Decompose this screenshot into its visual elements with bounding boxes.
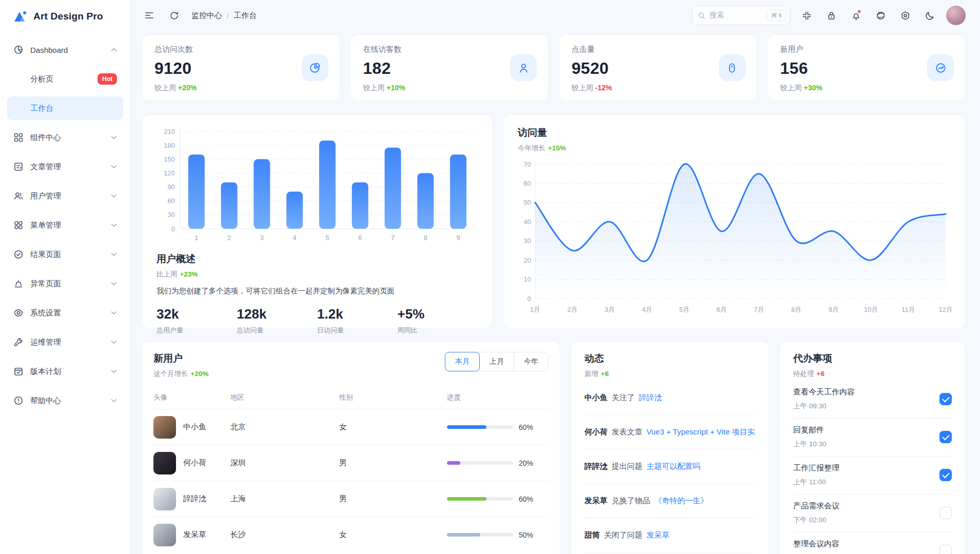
activity-link[interactable]: 发呆草 [646, 530, 670, 539]
sidebar-item-versions[interactable]: 版本计划 [7, 360, 123, 383]
sidebar-item-menus[interactable]: 菜单管理 [7, 213, 123, 237]
breadcrumb-item[interactable]: 工作台 [233, 11, 257, 21]
breadcrumb-item[interactable]: 监控中心 [191, 11, 222, 21]
todo-checkbox[interactable] [939, 469, 952, 481]
stat-title: 在线访客数 [363, 45, 536, 54]
sidebar-item-label: Dashboard [30, 46, 68, 54]
card-title: 访问量 [518, 126, 951, 140]
logo-icon [12, 9, 28, 24]
overview-description: 我们为您创建了多个选项，可将它们组合在一起并定制为像素完美的页面 [156, 286, 478, 296]
sidebar-item-analysis[interactable]: 分析页 Hot [7, 67, 123, 91]
fullscreen-button[interactable] [798, 7, 815, 24]
sidebar-item-label: 工作台 [30, 104, 53, 113]
activity-link[interactable]: Vue3 + Typescript + Vite 项目实战笔记 [646, 427, 755, 436]
svg-text:4: 4 [293, 234, 297, 242]
activity-link[interactable]: 主题可以配置吗 [646, 462, 700, 470]
activity-link[interactable]: 《奇特的一生》 [654, 496, 708, 505]
svg-text:6月: 6月 [716, 306, 727, 313]
chevron-down-icon [111, 252, 117, 256]
card-title: 动态 [584, 352, 755, 365]
svg-text:5: 5 [325, 234, 329, 242]
sidebar-item-help[interactable]: 帮助中心 [7, 389, 123, 412]
activity-list: 中小鱼关注了誶誶淰 何小荷发表文章Vue3 + Typescript + Vit… [584, 381, 755, 552]
stat-cards-row: 总访问次数 9120 较上周+20% 在线访客数 182 较上周+10% 点击量… [142, 34, 966, 101]
table-row[interactable]: 何小荷 深圳 男 20% [153, 445, 548, 481]
activity-item: 誶誶淰提出问题主题可以配置吗 [584, 449, 755, 484]
tab-this-year[interactable]: 今年 [514, 352, 548, 371]
table-row[interactable]: 中小鱼 北京 女 60% [153, 409, 548, 445]
overview-stat: 1.2k日访问量 [317, 306, 398, 335]
overview-stat: +5%周同比 [398, 306, 478, 335]
svg-text:50: 50 [524, 199, 531, 206]
notifications-button[interactable] [848, 7, 864, 24]
refresh-button[interactable] [166, 7, 182, 24]
chevron-down-icon [111, 194, 117, 198]
svg-text:1: 1 [194, 234, 198, 242]
sidebar-item-label: 异常页面 [30, 279, 61, 289]
tab-last-month[interactable]: 上月 [479, 352, 514, 371]
sidebar-item-dashboard[interactable]: Dashboard [7, 38, 123, 62]
table-row[interactable]: 誶誶淰 上海 男 60% [153, 481, 548, 517]
sidebar-item-workbench[interactable]: 工作台 [7, 96, 123, 120]
calendar-check-icon [13, 366, 24, 377]
avatar [153, 416, 176, 439]
todo-checkbox[interactable] [939, 431, 952, 443]
sidebar-item-exceptions[interactable]: 异常页面 [7, 272, 123, 295]
mouse-icon [719, 54, 746, 81]
card-subtitle: 待处理+6 [793, 369, 952, 379]
lock-button[interactable] [823, 7, 839, 24]
svg-text:150: 150 [164, 155, 175, 163]
stat-title: 新用户 [780, 45, 953, 54]
sidebar-item-articles[interactable]: 文章管理 [7, 155, 123, 179]
table-header: 头像 地区 性别 进度 [153, 383, 548, 409]
todo-checkbox[interactable] [939, 507, 952, 519]
stat-title: 点击量 [572, 45, 744, 54]
svg-text:9: 9 [456, 234, 460, 242]
sidebar-menu: Dashboard 分析页 Hot 工作台 组件中心 文章管理 [7, 38, 123, 412]
activity-item: 何小荷发表文章Vue3 + Typescript + Vite 项目实战笔记 [584, 415, 755, 449]
settings-button[interactable] [897, 7, 913, 24]
chevron-up-icon [111, 48, 117, 52]
avatar [153, 524, 176, 546]
card-title: 用户概述 [156, 252, 478, 266]
avatar [153, 452, 176, 474]
components-icon [13, 132, 24, 143]
language-button[interactable] [872, 7, 889, 24]
svg-text:210: 210 [164, 128, 175, 135]
search-icon [698, 12, 705, 19]
sidebar-item-results[interactable]: 结果页面 [7, 243, 123, 266]
todo-item: 整理会议内容下午 03:30 [793, 532, 952, 554]
collapse-menu-button[interactable] [141, 7, 158, 24]
dark-mode-button[interactable] [922, 7, 938, 24]
activity-link[interactable]: 誶誶淰 [639, 393, 662, 402]
tab-this-month[interactable]: 本月 [445, 352, 480, 371]
stat-trend: -12% [595, 84, 612, 92]
sidebar-item-system-settings[interactable]: 系统设置 [7, 301, 123, 325]
chevron-down-icon [111, 399, 117, 403]
table-row[interactable]: 发呆草 长沙 女 50% [153, 517, 548, 552]
svg-text:10: 10 [524, 275, 531, 283]
todo-checkbox[interactable] [939, 545, 952, 554]
sidebar-item-ops[interactable]: 运维管理 [7, 330, 123, 354]
svg-text:60: 60 [168, 197, 175, 205]
sidebar-item-components[interactable]: 组件中心 [7, 126, 123, 149]
sidebar-item-users[interactable]: 用户管理 [7, 184, 123, 208]
todo-checkbox[interactable] [939, 393, 952, 405]
user-avatar[interactable] [946, 6, 966, 25]
app-logo[interactable]: Art Design Pro [7, 0, 123, 33]
stat-compare: 较上周+20% [154, 84, 327, 93]
moon-icon [925, 11, 935, 21]
card-title: 代办事项 [793, 352, 952, 365]
svg-text:90: 90 [168, 183, 175, 191]
svg-text:3月: 3月 [604, 306, 615, 313]
refresh-icon [169, 11, 179, 21]
svg-text:0: 0 [527, 295, 531, 303]
svg-text:11月: 11月 [901, 306, 915, 313]
svg-text:7月: 7月 [754, 306, 764, 313]
search-input[interactable]: 搜索 ⌘ k [692, 6, 790, 25]
activity-item: 中小鱼关注了誶誶淰 [584, 381, 755, 415]
sidebar-item-label: 帮助中心 [30, 396, 61, 406]
todo-item: 产品需求会议下午 02:00 [793, 494, 952, 532]
info-circle-icon [13, 395, 24, 406]
sidebar-item-label: 结果页面 [30, 250, 61, 260]
